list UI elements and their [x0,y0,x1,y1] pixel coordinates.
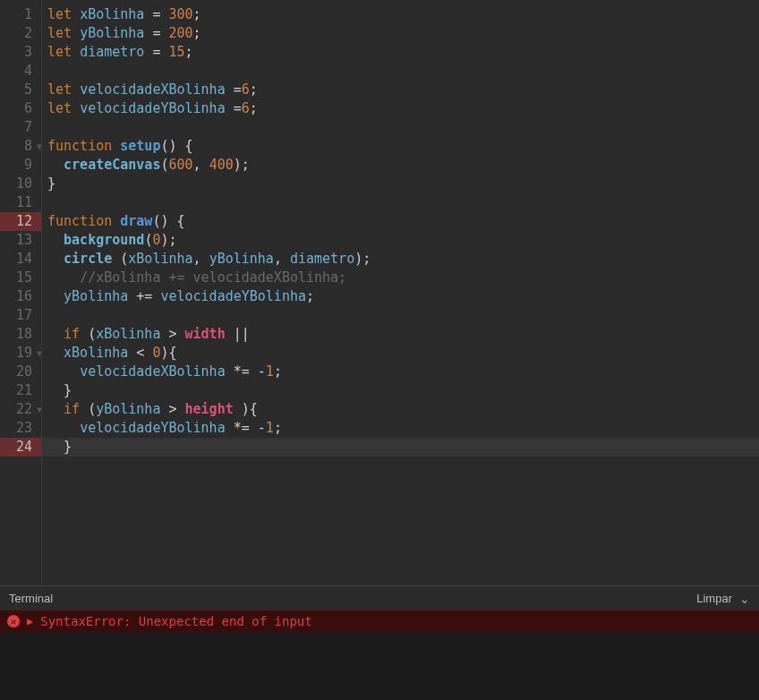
line-number: 2 [0,24,41,43]
code-line[interactable]: //xBolinha += velocidadeXBolinha; [42,269,759,287]
code-line[interactable]: createCanvas(600, 400); [42,156,759,175]
error-message: SyntaxError: Unexpected end of input [40,614,311,628]
line-number: 21 [0,381,41,400]
code-line[interactable]: background(0); [42,231,759,250]
line-number: 17 [0,306,41,325]
code-line[interactable]: function setup() { [42,137,759,156]
line-number: 23 [0,419,41,438]
line-number: 24 [0,438,41,457]
line-number: 15 [0,269,41,287]
code-line[interactable]: function draw() { [42,212,759,231]
line-number: 8 [0,137,41,156]
code-line[interactable]: let yBolinha = 200; [42,24,759,43]
code-area[interactable]: let xBolinha = 300;let yBolinha = 200;le… [42,0,759,585]
line-number: 4 [0,62,41,81]
code-line[interactable] [42,193,759,212]
terminal-title: Terminal [9,592,53,605]
line-number: 1 [0,5,41,24]
console-output[interactable]: ✕ ▶ SyntaxError: Unexpected end of input [0,610,759,700]
code-line[interactable]: let velocidadeYBolinha =6; [42,99,759,118]
terminal-clear-button[interactable]: Limpar ⌄ [696,592,750,606]
line-number: 19 [0,344,41,363]
error-icon: ✕ [7,615,20,627]
code-line[interactable]: velocidadeXBolinha *= -1; [42,363,759,381]
line-number: 14 [0,250,41,269]
code-line[interactable]: let diametro = 15; [42,43,759,62]
line-number: 9 [0,156,41,175]
code-line[interactable]: xBolinha < 0){ [42,344,759,363]
play-icon: ▶ [27,615,33,627]
code-line[interactable]: } [42,438,759,457]
line-number: 5 [0,81,41,99]
terminal-header: Terminal Limpar ⌄ [0,585,759,610]
line-number: 3 [0,43,41,62]
code-line[interactable]: circle (xBolinha, yBolinha, diametro); [42,250,759,269]
code-line[interactable]: velocidadeYBolinha *= -1; [42,419,759,438]
code-line[interactable]: let xBolinha = 300; [42,5,759,24]
line-number: 18 [0,325,41,344]
code-line[interactable] [42,62,759,81]
line-number: 6 [0,99,41,118]
code-editor[interactable]: 123456789101112131415161718192021222324 … [0,0,759,585]
code-line[interactable]: let velocidadeXBolinha =6; [42,81,759,99]
clear-label: Limpar [696,592,732,605]
line-number: 12 [0,212,41,231]
line-number: 11 [0,193,41,212]
chevron-down-icon: ⌄ [739,592,750,606]
code-line[interactable] [42,306,759,325]
line-number: 7 [0,118,41,137]
line-number: 20 [0,363,41,381]
code-line[interactable]: yBolinha += velocidadeYBolinha; [42,287,759,306]
code-line[interactable]: if (yBolinha > height ){ [42,400,759,419]
line-number: 13 [0,231,41,250]
code-line[interactable]: if (xBolinha > width || [42,325,759,344]
line-number: 16 [0,287,41,306]
line-gutter: 123456789101112131415161718192021222324 [0,0,42,585]
code-line[interactable]: } [42,381,759,400]
code-line[interactable] [42,118,759,137]
console-error-row[interactable]: ✕ ▶ SyntaxError: Unexpected end of input [0,610,759,632]
line-number: 22 [0,400,41,419]
line-number: 10 [0,175,41,193]
code-line[interactable]: } [42,175,759,193]
